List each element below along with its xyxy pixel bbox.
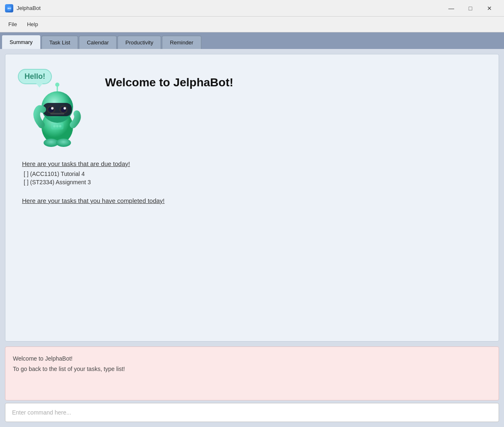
- robot-container: Hello!: [22, 67, 93, 148]
- tab-summary[interactable]: Summary: [2, 35, 41, 49]
- svg-point-0: [7, 6, 12, 11]
- window-controls: — □ ✕: [442, 2, 499, 15]
- completed-section: Here are your tasks that you have comple…: [22, 197, 482, 204]
- speech-bubble: Hello!: [18, 69, 52, 84]
- task-item-2: [ ] (ST2334) Assignment 3: [22, 179, 482, 185]
- svg-point-20: [59, 125, 61, 127]
- tab-bar: Summary Task List Calendar Productivity …: [0, 32, 504, 49]
- close-button[interactable]: ✕: [480, 2, 499, 15]
- main-area: Hello!: [0, 49, 504, 427]
- svg-point-1: [8, 7, 9, 9]
- welcome-title: Welcome to JelphaBot!: [105, 75, 233, 90]
- svg-point-18: [53, 125, 56, 127]
- svg-rect-12: [50, 113, 64, 115]
- task-item-1: [ ] (ACC1101) Tutorial 4: [22, 171, 482, 177]
- tab-reminder[interactable]: Reminder: [162, 36, 201, 49]
- message-line-1: Welcome to JelphaBot!: [13, 354, 491, 364]
- due-today-section: Here are your tasks that are due today! …: [22, 160, 482, 185]
- svg-point-10: [51, 107, 54, 110]
- tab-productivity[interactable]: Productivity: [117, 36, 161, 49]
- menu-help[interactable]: Help: [22, 19, 43, 30]
- due-today-heading: Here are your tasks that are due today!: [22, 160, 482, 167]
- svg-point-11: [64, 107, 66, 110]
- svg-point-16: [56, 139, 71, 147]
- message-panel: Welcome to JelphaBot! To go back to the …: [5, 346, 499, 400]
- menu-bar: File Help: [0, 17, 504, 32]
- tab-task-list[interactable]: Task List: [42, 36, 78, 49]
- content-panel: Hello!: [5, 54, 499, 342]
- svg-point-14: [55, 83, 59, 87]
- menu-file[interactable]: File: [3, 19, 22, 30]
- welcome-title-container: Welcome to JelphaBot!: [105, 67, 233, 90]
- title-bar: JelphaBot — □ ✕: [0, 0, 504, 17]
- robot-section: Hello!: [22, 67, 482, 148]
- svg-point-2: [10, 7, 11, 9]
- maximize-button[interactable]: □: [461, 2, 480, 15]
- tab-calendar[interactable]: Calendar: [79, 36, 117, 49]
- minimize-button[interactable]: —: [442, 2, 461, 15]
- completed-heading: Here are your tasks that you have comple…: [22, 197, 482, 204]
- robot-illustration: [22, 81, 93, 148]
- command-input[interactable]: [5, 403, 499, 422]
- title-bar-left: JelphaBot: [5, 4, 41, 12]
- app-title: JelphaBot: [17, 5, 41, 11]
- command-area[interactable]: [5, 403, 499, 422]
- app-icon: [5, 4, 13, 12]
- message-line-2: To go back to the list of your tasks, ty…: [13, 364, 491, 374]
- svg-point-19: [56, 125, 59, 127]
- content-scroll[interactable]: Hello!: [5, 54, 499, 341]
